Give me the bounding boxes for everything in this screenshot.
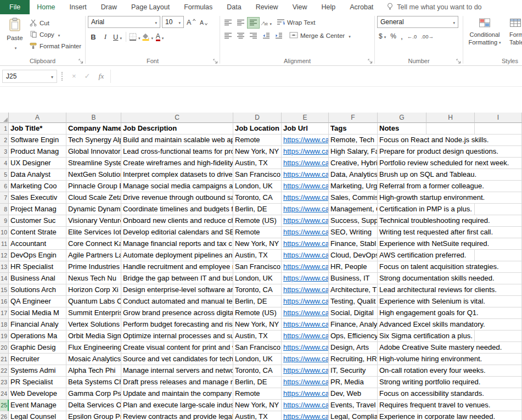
cell-G4[interactable]: Portfolio review scheduled for next week… xyxy=(378,158,426,169)
clipboard-dialog-launcher-icon[interactable] xyxy=(78,59,83,64)
format-as-table-button[interactable]: Format as Table xyxy=(504,16,522,56)
cell-G12[interactable]: AWS certification preferred. xyxy=(378,250,426,261)
row-header-9[interactable]: 9 xyxy=(0,215,9,227)
conditional-formatting-button[interactable]: Conditional Formatting xyxy=(465,16,504,56)
cell-B18[interactable]: Vertex Solutions xyxy=(66,319,121,331)
cell-F13[interactable]: HR, People xyxy=(329,261,378,273)
cell-C25[interactable]: Plan and execute large-scale indus xyxy=(121,400,233,411)
cell-F12[interactable]: Cloud, DevOps xyxy=(329,250,378,261)
cell-C17[interactable]: Grow brand presence across digita xyxy=(121,307,233,319)
cell-E7[interactable]: https://www.ca xyxy=(282,192,329,204)
cell-C14[interactable]: Bridge the gap between IT and busi xyxy=(121,273,233,284)
cell-A1[interactable]: Job Title* xyxy=(9,123,66,135)
cell-G23[interactable]: Strong writing portfolio required. xyxy=(378,377,426,388)
percent-style-button[interactable]: % xyxy=(390,32,396,40)
cell-I19[interactable] xyxy=(475,331,522,342)
cell-I17[interactable] xyxy=(475,307,522,319)
column-header-I[interactable]: I xyxy=(475,113,522,123)
cell-G18[interactable]: Advanced Excel skills mandatory. xyxy=(378,319,426,331)
tell-me-box[interactable]: Tell me what you want to do xyxy=(387,0,481,14)
row-header-11[interactable]: 11 xyxy=(0,238,9,250)
cell-C23[interactable]: Draft press releases and manage n xyxy=(121,377,233,388)
font-name-combo[interactable]: Arial xyxy=(88,16,160,28)
cell-A15[interactable]: Solutions Arch xyxy=(9,284,66,296)
cancel-icon[interactable]: × xyxy=(72,72,76,80)
cell-E9[interactable]: https://www.ca xyxy=(282,215,329,227)
column-header-B[interactable]: B xyxy=(66,113,121,123)
cell-G13[interactable]: Focus on talent acquisition strategies. xyxy=(378,261,426,273)
cell-D11[interactable]: New York, NY xyxy=(233,238,282,250)
cell-D2[interactable]: Remote xyxy=(233,135,282,146)
cell-B16[interactable]: Quantum Labs Or xyxy=(66,296,121,307)
cell-C13[interactable]: Handle recruitment and employee r xyxy=(121,261,233,273)
column-header-D[interactable]: D xyxy=(233,113,282,123)
cell-E12[interactable]: https://www.ca xyxy=(282,250,329,261)
tab-insert[interactable]: Insert xyxy=(63,0,94,14)
row-header-21[interactable]: 21 xyxy=(0,354,9,365)
cell-F4[interactable]: Creative, Hybri xyxy=(329,158,378,169)
font-dialog-launcher-icon[interactable] xyxy=(213,59,218,64)
cell-D21[interactable]: London, UK xyxy=(233,354,282,365)
cell-F6[interactable]: Marketing, Urg xyxy=(329,181,378,192)
top-align-button[interactable] xyxy=(222,18,234,28)
cell-B8[interactable]: Dynamic Dynamic xyxy=(66,204,121,215)
cell-C5[interactable]: Interpret complex datasets to drive xyxy=(121,169,233,181)
borders-button[interactable] xyxy=(129,31,141,42)
cell-A2[interactable]: Software Engin xyxy=(9,135,66,146)
bold-button[interactable]: B xyxy=(88,31,99,42)
cell-D1[interactable]: Job Location xyxy=(233,123,282,135)
cell-A6[interactable]: Marketing Coo xyxy=(9,181,66,192)
select-all-corner[interactable] xyxy=(0,113,9,123)
cell-F11[interactable]: Finance, Stabl xyxy=(329,238,378,250)
row-header-3[interactable]: 3 xyxy=(0,146,9,158)
cell-B19[interactable]: Orbit Media Sigm xyxy=(66,331,121,342)
cell-D8[interactable]: Berlin, DE xyxy=(233,204,282,215)
cell-B21[interactable]: Mosaic Analytics xyxy=(66,354,121,365)
enter-icon[interactable]: ✓ xyxy=(85,72,91,80)
cell-H1[interactable] xyxy=(426,123,475,135)
cell-D13[interactable]: San Francisco xyxy=(233,261,282,273)
cell-D12[interactable]: Austin, TX xyxy=(233,250,282,261)
tab-help[interactable]: Help xyxy=(315,0,343,14)
row-header-18[interactable]: 18 xyxy=(0,319,9,331)
cell-G6[interactable]: Referral from a former colleague. xyxy=(378,181,426,192)
cell-A5[interactable]: Data Analyst xyxy=(9,169,66,181)
cell-G1[interactable]: Notes xyxy=(378,123,426,135)
row-header-4[interactable]: 4 xyxy=(0,158,9,169)
row-header-24[interactable]: 24 xyxy=(0,388,9,400)
cell-I12[interactable] xyxy=(475,250,522,261)
row-header-8[interactable]: 8 xyxy=(0,204,9,215)
cell-C4[interactable]: Create wireframes and high-fidelity xyxy=(121,158,233,169)
cell-E14[interactable]: https://www.ca xyxy=(282,273,329,284)
fill-color-button[interactable] xyxy=(142,31,154,42)
tab-acrobat[interactable]: Acrobat xyxy=(343,0,380,14)
cell-D9[interactable]: Remote (US) xyxy=(233,215,282,227)
name-box-caret-icon[interactable] xyxy=(49,72,53,80)
cell-E3[interactable]: https://www.ca xyxy=(282,146,329,158)
row-header-7[interactable]: 7 xyxy=(0,192,9,204)
cell-D18[interactable]: New York, NY xyxy=(233,319,282,331)
cell-D16[interactable]: Berlin, DE xyxy=(233,296,282,307)
copy-button[interactable]: Copy xyxy=(29,29,81,40)
cell-F23[interactable]: PR, Media xyxy=(329,377,378,388)
font-color-button[interactable]: A xyxy=(154,31,165,42)
cell-G5[interactable]: Brush up on SQL and Tableau. xyxy=(378,169,426,181)
cell-E6[interactable]: https://www.ca xyxy=(282,181,329,192)
cell-B2[interactable]: Tech Synergy Alp xyxy=(66,135,121,146)
cell-E2[interactable]: https://www.ca xyxy=(282,135,329,146)
cell-B13[interactable]: Prime Industries N xyxy=(66,261,121,273)
cell-A24[interactable]: Web Develope xyxy=(9,388,66,400)
cell-A18[interactable]: Financial Analy xyxy=(9,319,66,331)
cell-A19[interactable]: Operations Ma xyxy=(9,331,66,342)
cell-D17[interactable]: Remote (US) xyxy=(233,307,282,319)
cell-F9[interactable]: Success, Supp xyxy=(329,215,378,227)
insert-function-icon[interactable]: fx xyxy=(99,72,104,81)
cell-C19[interactable]: Optimize internal processes and su xyxy=(121,331,233,342)
cell-D6[interactable]: London, UK xyxy=(233,181,282,192)
cell-B26[interactable]: Epsilon Group Pri xyxy=(66,411,121,420)
cell-C12[interactable]: Automate deployment pipelines an xyxy=(121,250,233,261)
align-left-button[interactable] xyxy=(222,31,234,41)
comma-style-button[interactable]: , xyxy=(401,32,403,41)
column-header-H[interactable]: H xyxy=(426,113,475,123)
cell-I5[interactable] xyxy=(475,169,522,181)
